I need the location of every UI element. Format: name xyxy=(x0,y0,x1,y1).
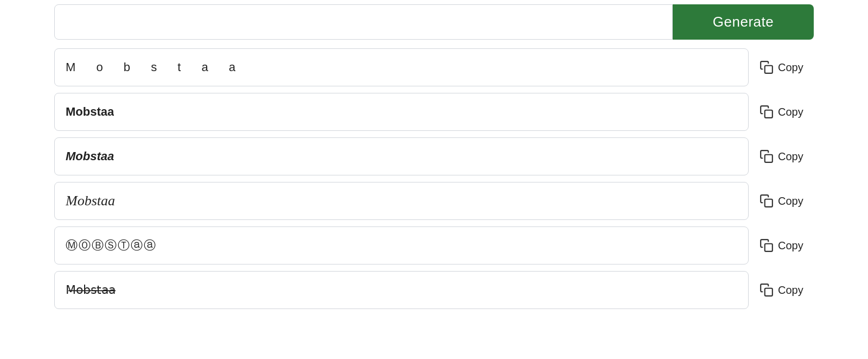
result-text-cursive: Mobstaa xyxy=(66,193,115,209)
generate-button[interactable]: Generate xyxy=(673,4,814,40)
copy-label-cursive: Copy xyxy=(778,195,803,207)
copy-icon-spaced xyxy=(760,60,774,74)
svg-rect-2 xyxy=(765,155,773,162)
copy-icon-bold xyxy=(760,105,774,119)
result-box-cursive: Mobstaa xyxy=(54,182,749,220)
result-box-circled: ⓂⓄⒷⓈⓉⓐⓐ xyxy=(54,226,749,264)
result-row-spaced: M o b s t a a Copy xyxy=(54,48,814,86)
copy-label-bold: Copy xyxy=(778,106,803,118)
copy-label-spaced: Copy xyxy=(778,61,803,74)
text-input[interactable]: Mobstaa xyxy=(54,4,673,40)
result-text-circled: ⓂⓄⒷⓈⓉⓐⓐ xyxy=(66,237,157,254)
copy-button-cursive[interactable]: Copy xyxy=(760,194,814,208)
svg-rect-0 xyxy=(765,66,773,73)
input-row: Mobstaa Generate xyxy=(54,0,814,40)
copy-button-bold[interactable]: Copy xyxy=(760,105,814,119)
result-box-bold-italic: Mobstaa xyxy=(54,137,749,175)
result-row-circled: ⓂⓄⒷⓈⓉⓐⓐ Copy xyxy=(54,226,814,264)
result-text-bold: Mobstaa xyxy=(66,105,114,119)
result-text-spaced: M o b s t a a xyxy=(66,60,244,74)
svg-rect-4 xyxy=(765,244,773,251)
svg-rect-3 xyxy=(765,199,773,207)
result-text-bold-italic: Mobstaa xyxy=(66,149,114,163)
result-row-bold: Mobstaa Copy xyxy=(54,93,814,131)
result-box-spaced: M o b s t a a xyxy=(54,48,749,86)
copy-icon-cursive xyxy=(760,194,774,208)
copy-button-bold-italic[interactable]: Copy xyxy=(760,149,814,163)
result-box-bold: Mobstaa xyxy=(54,93,749,131)
svg-rect-5 xyxy=(765,288,773,296)
copy-label-circled: Copy xyxy=(778,240,803,252)
copy-button-circled[interactable]: Copy xyxy=(760,238,814,253)
result-text-strikethrough: M̶o̶b̶s̶t̶a̶a̶ xyxy=(66,283,116,297)
svg-rect-1 xyxy=(765,110,773,118)
result-row-strikethrough: M̶o̶b̶s̶t̶a̶a̶ Copy xyxy=(54,271,814,309)
result-row-cursive: Mobstaa Copy xyxy=(54,182,814,220)
result-row-bold-italic: Mobstaa Copy xyxy=(54,137,814,175)
results-list: M o b s t a a Copy Mobstaa Copy xyxy=(54,48,814,309)
copy-button-strikethrough[interactable]: Copy xyxy=(760,283,814,297)
copy-label-bold-italic: Copy xyxy=(778,150,803,163)
result-box-strikethrough: M̶o̶b̶s̶t̶a̶a̶ xyxy=(54,271,749,309)
copy-label-strikethrough: Copy xyxy=(778,284,803,297)
copy-icon-strikethrough xyxy=(760,283,774,297)
copy-button-spaced[interactable]: Copy xyxy=(760,60,814,74)
copy-icon-circled xyxy=(760,238,774,253)
copy-icon-bold-italic xyxy=(760,149,774,163)
page-container: Mobstaa Generate M o b s t a a Copy Mobs… xyxy=(0,0,868,359)
